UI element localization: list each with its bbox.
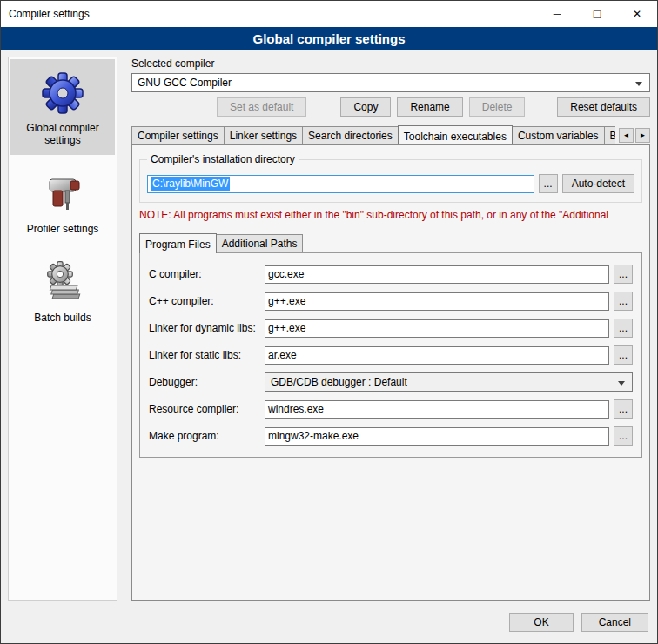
install-dir-input[interactable]: C:\raylib\MinGW	[147, 175, 534, 193]
tab-build-options[interactable]: Build options	[604, 126, 615, 144]
gray-gear-sheets-icon	[39, 259, 86, 306]
linker-dynamic-value: g++.exe	[268, 322, 306, 334]
debugger-row: Debugger: GDB/CDB debugger : Default	[149, 372, 633, 392]
installation-directory-row: C:\raylib\MinGW ... Auto-detect	[147, 174, 634, 193]
compiler-settings-window: Compiler settings ─ □ ✕ Global compiler …	[0, 0, 658, 644]
program-files-tabstrip: Program Files Additional Paths	[139, 233, 642, 252]
settings-category-list: Global compiler settings Profiler settin…	[8, 57, 118, 601]
sidebar-item-label: Batch builds	[34, 312, 91, 324]
auto-detect-button[interactable]: Auto-detect	[562, 174, 634, 193]
make-program-row: Make program: mingw32-make.exe ...	[149, 426, 633, 446]
make-program-input[interactable]: mingw32-make.exe	[265, 427, 609, 446]
compiler-combobox-value: GNU GCC Compiler	[138, 77, 232, 89]
sidebar-item-profiler-settings[interactable]: Profiler settings	[10, 160, 115, 244]
resource-compiler-value: windres.exe	[268, 403, 324, 415]
c-compiler-label: C compiler:	[149, 268, 260, 280]
minimize-button[interactable]: ─	[537, 1, 577, 27]
profiler-tool-icon	[39, 171, 86, 218]
settings-tabstrip: Compiler settings Linker settings Search…	[131, 125, 650, 144]
linker-dynamic-label: Linker for dynamic libs:	[149, 322, 260, 334]
c-compiler-input[interactable]: gcc.exe	[265, 265, 609, 284]
debugger-value: GDB/CDB debugger : Default	[271, 376, 407, 388]
close-button[interactable]: ✕	[617, 1, 657, 27]
make-program-value: mingw32-make.exe	[268, 430, 359, 442]
dialog-footer: OK Cancel	[1, 608, 657, 643]
tab-scroll-buttons: ◄ ►	[619, 128, 650, 144]
resource-compiler-label: Resource compiler:	[149, 403, 260, 415]
debugger-label: Debugger:	[149, 376, 260, 388]
delete-button[interactable]: Delete	[469, 97, 526, 117]
note-text: NOTE: All programs must exist either in …	[139, 209, 642, 221]
cancel-button[interactable]: Cancel	[581, 613, 648, 632]
toolchain-executables-panel: Compiler's installation directory C:\ray…	[131, 144, 650, 601]
debugger-combobox[interactable]: GDB/CDB debugger : Default	[265, 372, 633, 392]
reset-defaults-button[interactable]: Reset defaults	[557, 97, 650, 117]
ok-button[interactable]: OK	[509, 613, 573, 632]
tab-search-directories[interactable]: Search directories	[302, 126, 399, 144]
sidebar-item-global-compiler-settings[interactable]: Global compiler settings	[10, 59, 115, 155]
tab-linker-settings[interactable]: Linker settings	[224, 126, 303, 144]
maximize-button[interactable]: □	[577, 1, 617, 27]
dialog-body: Global compiler settings Profiler settin…	[1, 50, 657, 608]
set-as-default-button[interactable]: Set as default	[217, 97, 306, 117]
linker-dynamic-row: Linker for dynamic libs: g++.exe ...	[149, 319, 633, 338]
window-controls: ─ □ ✕	[537, 1, 657, 27]
titlebar: Compiler settings ─ □ ✕	[1, 1, 657, 27]
sidebar-item-batch-builds[interactable]: Batch builds	[10, 249, 115, 332]
resource-compiler-row: Resource compiler: windres.exe ...	[149, 399, 633, 419]
resource-compiler-input[interactable]: windres.exe	[265, 400, 609, 419]
tab-compiler-settings[interactable]: Compiler settings	[131, 126, 225, 144]
installation-directory-group: Compiler's installation directory C:\ray…	[139, 159, 642, 203]
subtab-program-files[interactable]: Program Files	[139, 233, 217, 253]
copy-button[interactable]: Copy	[340, 97, 391, 117]
tab-scroll-left-icon[interactable]: ◄	[619, 128, 634, 143]
dialog-banner: Global compiler settings	[1, 27, 657, 50]
tab-scroll-right-icon[interactable]: ►	[635, 128, 650, 143]
selected-compiler-label: Selected compiler	[131, 57, 650, 70]
cpp-compiler-label: C++ compiler:	[149, 295, 260, 307]
settings-tabs: Compiler settings Linker settings Search…	[131, 125, 615, 144]
chevron-down-icon	[618, 381, 625, 386]
compiler-action-buttons: Set as default Copy Rename Delete Reset …	[131, 97, 650, 117]
sidebar-item-label: Global compiler settings	[14, 122, 111, 146]
blue-gear-icon	[39, 70, 86, 117]
c-compiler-browse-button[interactable]: ...	[614, 265, 633, 284]
linker-static-label: Linker for static libs:	[149, 349, 260, 361]
settings-content: Selected compiler GNU GCC Compiler Set a…	[131, 57, 650, 601]
make-program-browse-button[interactable]: ...	[614, 426, 633, 446]
c-compiler-row: C compiler: gcc.exe ...	[149, 265, 633, 284]
resource-compiler-browse-button[interactable]: ...	[614, 399, 633, 419]
cpp-compiler-value: g++.exe	[268, 295, 306, 307]
window-title: Compiler settings	[9, 8, 90, 20]
rename-button[interactable]: Rename	[397, 97, 462, 117]
tab-toolchain-executables[interactable]: Toolchain executables	[398, 125, 513, 144]
installation-directory-label: Compiler's installation directory	[147, 153, 299, 165]
install-dir-browse-button[interactable]: ...	[539, 174, 558, 193]
linker-dynamic-input[interactable]: g++.exe	[265, 319, 609, 338]
linker-static-value: ar.exe	[268, 349, 297, 361]
linker-static-browse-button[interactable]: ...	[614, 345, 633, 365]
compiler-combobox[interactable]: GNU GCC Compiler	[131, 73, 650, 92]
c-compiler-value: gcc.exe	[268, 268, 304, 280]
tab-custom-variables[interactable]: Custom variables	[512, 126, 605, 144]
linker-dynamic-browse-button[interactable]: ...	[614, 319, 633, 338]
subtab-additional-paths[interactable]: Additional Paths	[216, 234, 304, 252]
cpp-compiler-input[interactable]: g++.exe	[265, 292, 609, 311]
cpp-compiler-row: C++ compiler: g++.exe ...	[149, 292, 633, 311]
chevron-down-icon	[635, 82, 642, 86]
linker-static-input[interactable]: ar.exe	[265, 346, 609, 365]
install-dir-value: C:\raylib\MinGW	[151, 177, 230, 191]
make-program-label: Make program:	[149, 430, 260, 442]
sidebar-item-label: Profiler settings	[27, 223, 99, 235]
cpp-compiler-browse-button[interactable]: ...	[614, 292, 633, 311]
linker-static-row: Linker for static libs: ar.exe ...	[149, 345, 633, 365]
program-files-panel: C compiler: gcc.exe ... C++ compiler: g+…	[139, 252, 642, 458]
